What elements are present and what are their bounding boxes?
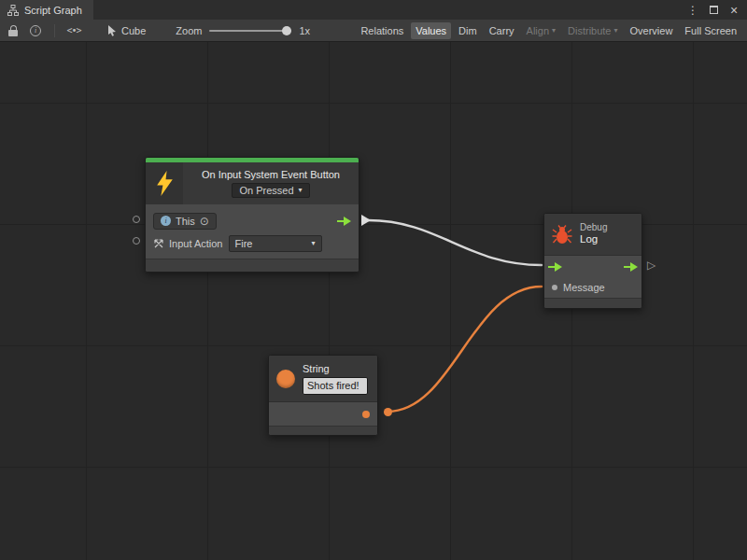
event-node-header[interactable]: On Input System Event Button On Pressed …	[146, 162, 359, 204]
lock-button[interactable]	[4, 22, 22, 39]
value-wire[interactable]	[388, 287, 542, 412]
toolbar-button-dim[interactable]: Dim	[454, 22, 482, 39]
info-icon: i	[30, 25, 41, 36]
graph-canvas[interactable]: ▷ On Input System Event Button On Presse…	[0, 42, 747, 560]
trigger-type-value: On Pressed	[239, 185, 293, 196]
zoom-label: Zoom	[176, 25, 202, 36]
target-object-label: Cube	[121, 25, 146, 36]
unused-port[interactable]	[133, 237, 140, 245]
trigger-type-dropdown[interactable]: On Pressed ▾	[232, 183, 309, 198]
bug-icon	[552, 225, 572, 245]
event-node-body: i This ⊙ Input Action Fire ▾	[146, 204, 359, 259]
pointer-icon	[107, 25, 117, 36]
lock-icon	[8, 25, 18, 36]
string-value-input[interactable]	[303, 377, 368, 395]
lightning-bolt-icon	[157, 171, 173, 196]
debug-flow-ports-row	[544, 255, 641, 277]
debug-node-footer	[544, 298, 641, 308]
this-row: i This ⊙	[153, 211, 351, 231]
input-action-row: Input Action Fire ▾	[153, 233, 351, 253]
toolbar-button-values[interactable]: Values	[411, 22, 451, 39]
toolbar-button-overview[interactable]: Overview	[626, 22, 678, 39]
script-graph-window: Script Graph ⋮ × i <•> Cube Zoom	[0, 0, 747, 560]
toolbar-button-relations[interactable]: Relations	[356, 22, 408, 39]
toolbar-toggle-group: Relations Values Dim Carry Align ▾ Distr…	[356, 22, 743, 39]
self-object-icon: i	[161, 216, 171, 226]
zoom-slider[interactable]	[209, 30, 291, 32]
input-action-icon	[153, 238, 164, 249]
toolbar-button-carry[interactable]: Carry	[485, 22, 519, 39]
string-node-header[interactable]: String	[269, 356, 377, 401]
zoom-value: 1x	[299, 25, 310, 36]
trigger-output-port[interactable]	[337, 217, 351, 226]
toolbar-separator	[54, 24, 55, 37]
align-label: Align	[527, 25, 549, 36]
maximize-button[interactable]	[706, 3, 721, 18]
tab-script-graph[interactable]: Script Graph	[0, 0, 93, 20]
close-button[interactable]: ×	[726, 3, 741, 18]
event-node-footer	[146, 259, 359, 272]
string-node-title: String	[303, 363, 368, 374]
debug-node-titles: Debug Log	[580, 222, 607, 246]
toolbar-button-fullscreen[interactable]: Full Screen	[680, 22, 741, 39]
debug-node-header[interactable]: Debug Log	[544, 214, 641, 255]
input-action-dropdown[interactable]: Fire ▾	[229, 235, 322, 252]
string-output-port[interactable]	[362, 411, 370, 418]
toolbar-button-align: Align ▾	[522, 22, 560, 39]
string-node-body	[269, 401, 377, 426]
graph-icon	[7, 5, 19, 16]
edit-graph-button[interactable]: <•>	[64, 22, 83, 39]
string-node-titles: String	[303, 363, 368, 395]
graph-target-chip[interactable]: Cube	[107, 25, 146, 36]
debug-node-title: Log	[580, 233, 607, 246]
event-header-main: On Input System Event Button On Pressed …	[183, 162, 359, 204]
message-label: Message	[563, 282, 605, 293]
message-input-port[interactable]	[552, 285, 557, 290]
on-input-event-node[interactable]: On Input System Event Button On Pressed …	[145, 157, 359, 273]
this-object-field[interactable]: i This ⊙	[153, 213, 217, 230]
string-node-footer	[269, 426, 377, 435]
graph-toolbar: i <•> Cube Zoom 1x Relations Values Dim …	[0, 20, 747, 42]
this-label: This	[176, 216, 195, 227]
window-controls: ⋮ ×	[685, 0, 747, 20]
value-connection-start-dot[interactable]	[384, 408, 392, 416]
flow-connection-start-arrow[interactable]	[361, 215, 371, 226]
object-picker-icon[interactable]: ⊙	[200, 216, 209, 227]
event-icon-cell	[146, 162, 183, 204]
input-action-label: Input Action	[169, 238, 223, 249]
window-menu-button[interactable]: ⋮	[685, 3, 700, 18]
flow-wire[interactable]	[368, 220, 542, 265]
zoom-slider-handle[interactable]	[282, 26, 291, 35]
chevron-down-icon: ▾	[614, 27, 618, 35]
chevron-down-icon: ▾	[311, 240, 315, 247]
string-literal-node[interactable]: String	[268, 355, 378, 436]
tab-title: Script Graph	[24, 5, 82, 16]
coroutine-port[interactable]	[133, 216, 140, 223]
zoom-control: Zoom 1x	[176, 25, 310, 36]
distribute-label: Distribute	[568, 25, 611, 36]
debug-log-node[interactable]: Debug Log Message	[543, 213, 642, 309]
flow-continue-arrow[interactable]: ▷	[647, 259, 655, 271]
debug-node-category: Debug	[580, 222, 607, 233]
chevron-down-icon: ▾	[299, 187, 303, 194]
titlebar: Script Graph ⋮ ×	[0, 0, 747, 20]
toolbar-button-distribute: Distribute ▾	[563, 22, 622, 39]
chevron-down-icon: ▾	[552, 27, 556, 35]
flow-input-port[interactable]	[548, 262, 562, 272]
string-type-icon	[276, 370, 295, 388]
event-node-title: On Input System Event Button	[202, 169, 340, 180]
message-row: Message	[544, 277, 641, 298]
input-action-value: Fire	[235, 238, 253, 249]
info-button[interactable]: i	[26, 22, 45, 39]
maximize-icon	[710, 6, 718, 14]
flow-output-port[interactable]	[624, 262, 638, 272]
